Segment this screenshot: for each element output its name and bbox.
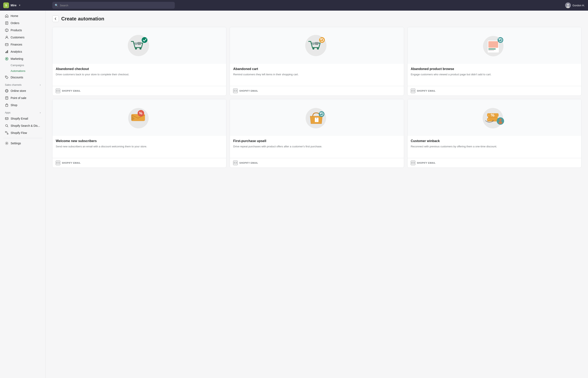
svg-rect-12 bbox=[7, 51, 7, 53]
shopify-flow-icon bbox=[5, 131, 9, 135]
sidebar-item-settings[interactable]: Settings bbox=[2, 140, 44, 147]
card-image-welcome-subscribers: % bbox=[53, 99, 226, 136]
expand-sales-channels-icon[interactable]: › bbox=[40, 83, 41, 86]
svg-point-21 bbox=[7, 99, 7, 99]
sidebar-item-campaigns[interactable]: Campaigns bbox=[2, 62, 44, 68]
sidebar-item-analytics[interactable]: Analytics bbox=[2, 48, 44, 55]
svg-rect-40 bbox=[312, 42, 315, 45]
svg-point-59 bbox=[319, 111, 324, 117]
card-title-welcome-subscribers: Welcome new subscribers bbox=[56, 139, 223, 143]
svg-rect-9 bbox=[5, 43, 8, 46]
card-body-customer-winback: Customer winback Reconnect with previous… bbox=[408, 136, 581, 158]
sidebar-item-customers[interactable]: Customers bbox=[2, 34, 44, 41]
card-desc-first-purchase-upsell: Drive repeat purchases with product offe… bbox=[233, 145, 400, 155]
sidebar-item-shopify-search[interactable]: Shopify Search & Dis... bbox=[2, 122, 44, 129]
sidebar-item-products[interactable]: Products bbox=[2, 27, 44, 34]
sidebar-label-automations: Automations bbox=[11, 69, 25, 72]
email-icon bbox=[411, 161, 415, 165]
apps-label: Apps bbox=[5, 111, 10, 114]
svg-point-31 bbox=[135, 48, 137, 50]
sidebar: Home Orders Products Customers Finances bbox=[0, 11, 46, 378]
sidebar-label-shopify-flow: Shopify Flow bbox=[11, 131, 27, 135]
svg-point-38 bbox=[312, 48, 315, 50]
shopify-logo: S bbox=[3, 2, 9, 8]
store-name[interactable]: Mire bbox=[11, 4, 16, 7]
svg-rect-46 bbox=[488, 41, 498, 48]
back-button[interactable] bbox=[52, 15, 59, 22]
sidebar-item-automations[interactable]: Automations bbox=[2, 68, 44, 74]
chevron-down-icon[interactable]: ▾ bbox=[19, 4, 20, 7]
analytics-icon bbox=[5, 50, 9, 54]
user-name[interactable]: Gordon H. bbox=[573, 4, 585, 7]
sales-channels-section: Sales channels › bbox=[2, 81, 44, 87]
svg-point-16 bbox=[6, 77, 7, 77]
card-image-first-purchase-upsell bbox=[230, 99, 404, 136]
cards-grid: Abandoned checkout Drive customers back … bbox=[52, 27, 581, 168]
sidebar-item-online-store[interactable]: Online store bbox=[2, 87, 44, 94]
card-footer-welcome-subscribers: SHOPIFY EMAIL bbox=[53, 158, 226, 168]
sidebar-label-finances: Finances bbox=[11, 43, 22, 46]
sidebar-item-point-of-sale[interactable]: Point of sale bbox=[2, 94, 44, 101]
discounts-icon bbox=[5, 76, 9, 79]
card-footer-label-4: SHOPIFY EMAIL bbox=[239, 162, 258, 164]
card-footer-label-5: SHOPIFY EMAIL bbox=[417, 162, 436, 164]
sidebar-item-shopify-flow[interactable]: Shopify Flow bbox=[2, 129, 44, 136]
sidebar-label-campaigns: Campaigns bbox=[11, 64, 24, 67]
settings-icon bbox=[5, 141, 9, 145]
home-icon bbox=[5, 14, 9, 18]
sidebar-item-discounts[interactable]: Discounts bbox=[2, 74, 44, 81]
online-store-icon bbox=[5, 89, 9, 93]
pos-icon bbox=[5, 96, 9, 100]
card-customer-winback[interactable]: % Customer winback Re bbox=[407, 99, 581, 168]
card-title-abandoned-checkout: Abandoned checkout bbox=[56, 67, 223, 71]
page-header: Create automation bbox=[52, 15, 581, 22]
avatar[interactable] bbox=[565, 2, 571, 8]
sidebar-item-orders[interactable]: Orders bbox=[2, 20, 44, 27]
svg-text:%: % bbox=[139, 111, 142, 115]
svg-rect-25 bbox=[5, 132, 6, 133]
card-first-purchase-upsell[interactable]: First-purchase upsell Drive repeat purch… bbox=[230, 99, 404, 168]
card-title-abandoned-product-browse: Abandoned product browse bbox=[411, 67, 578, 71]
search-input[interactable] bbox=[60, 4, 172, 7]
svg-point-23 bbox=[5, 124, 8, 127]
card-body-abandoned-product-browse: Abandoned product browse Engage customer… bbox=[408, 64, 581, 86]
svg-point-63 bbox=[486, 116, 488, 118]
svg-point-71 bbox=[499, 121, 502, 124]
sidebar-item-shopify-email[interactable]: Shopify Email bbox=[2, 115, 44, 122]
card-abandoned-checkout[interactable]: Abandoned checkout Drive customers back … bbox=[52, 27, 226, 96]
layout: Home Orders Products Customers Finances bbox=[0, 0, 588, 378]
sidebar-label-marketing: Marketing bbox=[11, 57, 23, 60]
logo-area: S Mire ▾ bbox=[3, 2, 48, 8]
sidebar-item-finances[interactable]: Finances bbox=[2, 41, 44, 48]
svg-rect-11 bbox=[5, 52, 6, 53]
card-abandoned-product-browse[interactable]: Abandoned product browse Engage customer… bbox=[407, 27, 581, 96]
svg-point-68 bbox=[488, 119, 489, 120]
svg-rect-26 bbox=[7, 133, 8, 134]
svg-text:%: % bbox=[491, 113, 494, 117]
card-title-first-purchase-upsell: First-purchase upsell bbox=[233, 139, 400, 143]
apps-section: Apps › bbox=[2, 109, 44, 115]
main-content: Create automation bbox=[46, 11, 588, 378]
expand-apps-icon[interactable]: › bbox=[40, 111, 41, 114]
card-footer-label-1: SHOPIFY EMAIL bbox=[239, 90, 258, 92]
card-image-abandoned-product-browse bbox=[408, 27, 581, 64]
shopify-email-icon bbox=[5, 117, 9, 121]
sidebar-label-shop: Shop bbox=[11, 104, 17, 107]
svg-point-35 bbox=[142, 37, 147, 43]
page-title: Create automation bbox=[61, 16, 104, 22]
sidebar-label-shopify-email: Shopify Email bbox=[11, 117, 28, 120]
card-desc-customer-winback: Reconnect with previous customers by off… bbox=[411, 145, 578, 155]
card-body-abandoned-checkout: Abandoned checkout Drive customers back … bbox=[53, 64, 226, 86]
customers-icon bbox=[5, 36, 9, 39]
card-abandoned-cart[interactable]: Abandoned cart Remind customers they lef… bbox=[230, 27, 404, 96]
sidebar-item-marketing[interactable]: Marketing bbox=[2, 55, 44, 62]
svg-point-49 bbox=[498, 37, 503, 43]
email-icon bbox=[233, 161, 238, 165]
sidebar-item-home[interactable]: Home bbox=[2, 13, 44, 19]
svg-line-24 bbox=[7, 126, 8, 127]
email-icon bbox=[233, 89, 238, 93]
card-welcome-subscribers[interactable]: % Welcome new subscribers Send new subsc… bbox=[52, 99, 226, 168]
svg-point-67 bbox=[488, 115, 489, 116]
card-title-customer-winback: Customer winback bbox=[411, 139, 578, 143]
sidebar-item-shop[interactable]: Shop bbox=[2, 102, 44, 108]
